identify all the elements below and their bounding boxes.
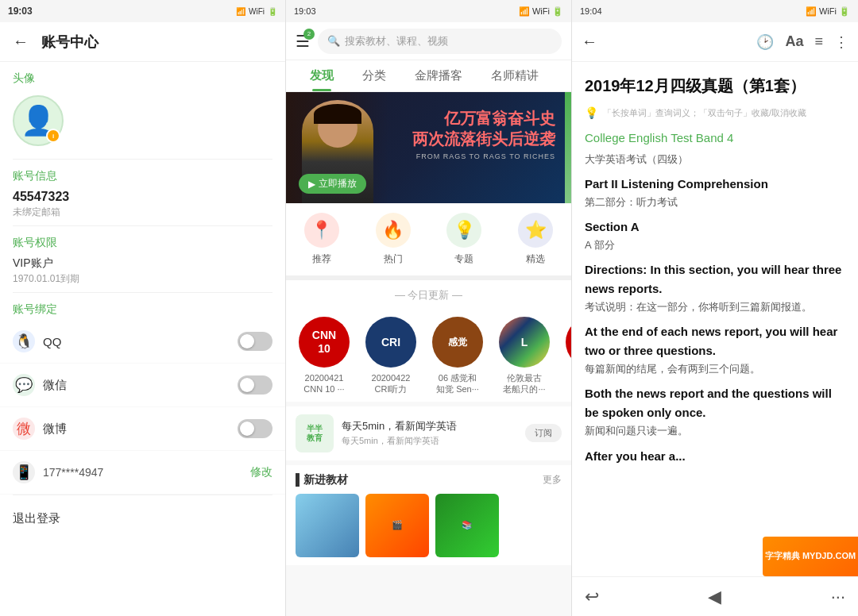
- tab-category[interactable]: 分类: [348, 60, 400, 91]
- reading-header: ← 🕑 Aa ≡ ⋮: [572, 22, 858, 62]
- today-update-text: — 今日更新 —: [395, 289, 462, 301]
- content-en-6: After you hear a...: [585, 447, 845, 466]
- reading-body: 2019年12月四级真题（第1套） 💡 「长按单词」查询词义；「双击句子」收藏/…: [572, 62, 858, 576]
- account-id: 45547323: [13, 190, 272, 204]
- hot-icon: 🔥: [376, 213, 411, 248]
- icon-hot[interactable]: 🔥 热门: [358, 213, 429, 266]
- content-en-5: Both the news report and the questions w…: [585, 384, 845, 422]
- content-en-3: Directions: In this section, you will he…: [585, 260, 845, 298]
- back-button-3[interactable]: ←: [582, 33, 597, 51]
- icon-curated[interactable]: ⭐ 精选: [500, 213, 571, 266]
- material-thumb-2[interactable]: 🎬: [365, 494, 429, 557]
- weibo-bind-item[interactable]: 微 微博: [0, 407, 285, 451]
- mini-course-sub: 每天5min，看新闻学英语: [342, 435, 517, 447]
- banner-play-button[interactable]: ▶ 立即播放: [299, 174, 366, 194]
- font-size-icon[interactable]: Aa: [785, 33, 803, 50]
- search-bar[interactable]: 🔍 搜索教材、课程、视频: [318, 29, 562, 54]
- discover-body: 亿万富翁奋斗史 两次流落街头后逆袭 FROM RAGS TO RAGS TO R…: [286, 92, 571, 616]
- content-block-1: Part II Listening Comprehension 第二部分：听力考…: [585, 175, 845, 211]
- scroll-item-cri[interactable]: CRI 20200422CRI听力: [362, 317, 419, 395]
- account-info-label: 账号信息: [0, 160, 285, 187]
- content-block-0: 大学英语考试（四级）: [585, 151, 845, 168]
- tab-discover[interactable]: 发现: [296, 60, 348, 91]
- status-icons-3: 📶 WiFi 🔋: [806, 6, 850, 17]
- discover-header: ☰ 2 🔍 搜索教材、课程、视频: [286, 22, 571, 60]
- content-zh-4: 每篇新闻的结尾，会有两到三个问题。: [585, 360, 845, 378]
- material-thumb-1[interactable]: [296, 494, 359, 557]
- tab-teacher[interactable]: 名师精讲: [477, 60, 553, 91]
- more-footer-icon[interactable]: ···: [831, 587, 845, 607]
- avatar[interactable]: 👤 i: [13, 95, 64, 146]
- qq-bind-item[interactable]: 🐧 QQ: [0, 320, 285, 364]
- scroll-item-lingoda[interactable]: L 伦敦最古老船只的···: [496, 317, 553, 395]
- course-name: College English Test Band 4: [585, 131, 845, 144]
- logout-button[interactable]: 退出登录: [0, 495, 285, 542]
- reading-hint: 💡 「长按单词」查询词义；「双击句子」收藏/取消收藏: [585, 105, 845, 121]
- subscribe-button[interactable]: 订阅: [525, 424, 562, 442]
- more-icon[interactable]: ⋮: [834, 33, 848, 51]
- scroll-item-03[interactable]: 03 03"ng: [562, 317, 571, 395]
- content-block-2: Section A A 部分: [585, 218, 845, 254]
- icon-topic[interactable]: 💡 专题: [429, 213, 500, 266]
- cnn-label: 20200421CNN 10 ···: [303, 372, 344, 395]
- sense-thumb: 感觉: [432, 317, 483, 368]
- mini-course-info: 每天5min，看新闻学英语 每天5min，看新闻学英语: [342, 419, 517, 447]
- lingoda-label: 伦敦最古老船只的···: [503, 372, 545, 395]
- mini-course-title: 每天5min，看新闻学英语: [342, 419, 517, 433]
- banner-text: 亿万富翁奋斗史 两次流落街头后逆袭 FROM RAGS TO RAGS TO R…: [412, 108, 555, 160]
- account-email: 未绑定邮箱: [13, 206, 272, 219]
- wechat-icon: 💬: [13, 374, 35, 396]
- reading-header-icons: 🕑 Aa ≡ ⋮: [756, 33, 848, 51]
- content-en-1: Part II Listening Comprehension: [585, 175, 845, 194]
- scroll-item-cnn[interactable]: CNN10 20200421CNN 10 ···: [296, 317, 353, 395]
- qq-icon: 🐧: [13, 330, 35, 352]
- icon-grid: 📍 推荐 🔥 热门 💡 专题 ⭐ 精选: [286, 203, 571, 275]
- account-info: 45547323 未绑定邮箱: [0, 187, 285, 225]
- wechat-toggle[interactable]: [238, 375, 272, 395]
- menu-button[interactable]: ☰ 2: [296, 32, 310, 51]
- phone-modify-button[interactable]: 修改: [250, 465, 272, 479]
- prev-icon[interactable]: ◀: [708, 587, 721, 607]
- material-thumb-3[interactable]: 📚: [435, 494, 499, 557]
- permissions-info: VIP账户 1970.01.01到期: [0, 253, 285, 292]
- status-icons-1: 📶 WiFi 🔋: [236, 7, 277, 16]
- mini-course[interactable]: 半半教育 每天5min，看新闻学英语 每天5min，看新闻学英语 订阅: [286, 406, 571, 460]
- hint-icon: 💡: [585, 105, 598, 121]
- back-button-1[interactable]: ←: [13, 33, 29, 51]
- wechat-bind-item[interactable]: 💬 微信: [0, 364, 285, 407]
- avatar-label: 头像: [0, 62, 285, 89]
- today-scroll-row[interactable]: CNN10 20200421CNN 10 ··· CRI 20200422CRI…: [286, 310, 571, 402]
- timer-icon[interactable]: 🕑: [756, 33, 774, 51]
- discover-panel: 19:03 📶 WiFi 🔋 ☰ 2 🔍 搜索教材、课程、视频 发现 分类 金牌…: [286, 0, 572, 616]
- reading-footer: ↩ ◀ ···: [572, 576, 858, 616]
- new-material-section: ▌新进教材 更多 🎬 📚: [286, 465, 571, 565]
- status-bar-1: 19:03 📶 WiFi 🔋: [0, 0, 285, 22]
- banner-title-line1: 亿万富翁奋斗史: [412, 108, 555, 129]
- status-bar-3: 19:04 📶 WiFi 🔋: [572, 0, 858, 22]
- recommend-icon: 📍: [304, 213, 339, 248]
- wechat-label: 微信: [43, 378, 230, 393]
- new-material-more[interactable]: 更多: [543, 473, 562, 487]
- phone-bind-item[interactable]: 📱 177****4947 修改: [0, 451, 285, 495]
- menu-badge: 2: [303, 29, 315, 40]
- cnn-thumb: CNN10: [299, 317, 350, 368]
- discover-tabs: 发现 分类 金牌播客 名师精讲: [286, 60, 571, 92]
- qq-toggle[interactable]: [238, 332, 272, 351]
- icon-recommend[interactable]: 📍 推荐: [286, 213, 358, 266]
- qq-label: QQ: [43, 335, 230, 348]
- phone-icon: 📱: [13, 461, 35, 483]
- banner-title-line2: 两次流落街头后逆袭: [412, 129, 555, 149]
- item03-thumb: 03: [566, 317, 571, 368]
- status-icons-2: 📶 WiFi 🔋: [519, 6, 563, 17]
- vip-label: VIP账户: [13, 256, 272, 271]
- rewind-icon[interactable]: ↩: [585, 587, 599, 607]
- weibo-toggle[interactable]: [238, 419, 272, 438]
- banner[interactable]: 亿万富翁奋斗史 两次流落街头后逆袭 FROM RAGS TO RAGS TO R…: [286, 92, 571, 203]
- scroll-item-sense[interactable]: 感觉 06 感觉和知觉 Sen···: [429, 317, 486, 395]
- topic-label: 专题: [454, 252, 473, 266]
- content-block-5: Both the news report and the questions w…: [585, 384, 845, 440]
- topic-icon: 💡: [446, 213, 481, 248]
- list-icon[interactable]: ≡: [814, 33, 823, 50]
- avatar-area[interactable]: 👤 i: [0, 89, 285, 159]
- tab-podcast[interactable]: 金牌播客: [400, 60, 477, 91]
